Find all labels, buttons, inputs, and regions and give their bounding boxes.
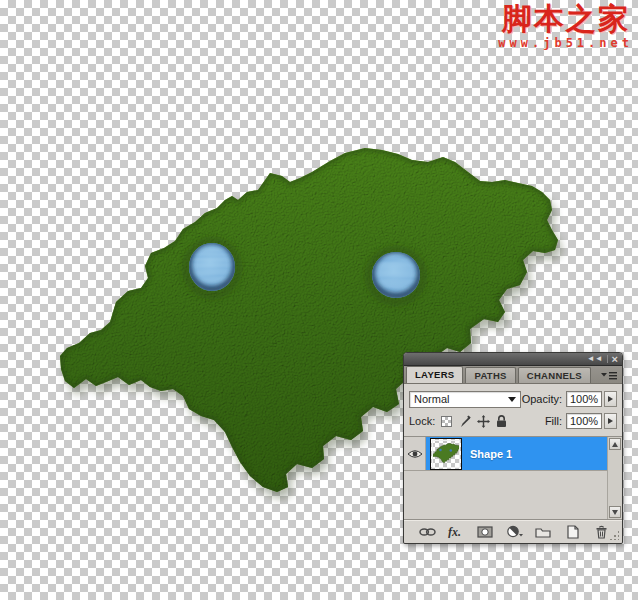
lock-position-icon[interactable] (477, 415, 490, 428)
panel-body: Normal Opacity: 100% Lock: (404, 384, 622, 543)
fill-field[interactable]: 100% (566, 413, 602, 429)
fx-label: fx. (448, 525, 461, 538)
layer-row-shape1[interactable]: Shape 1 (404, 437, 607, 471)
tab-paths[interactable]: PATHS (465, 367, 515, 383)
layer-thumbnail[interactable] (430, 438, 462, 470)
blend-mode-value: Normal (414, 393, 449, 405)
watermark-title: 脚本之家 (498, 3, 633, 35)
layer-mask-icon[interactable] (476, 524, 494, 540)
new-group-icon[interactable] (534, 524, 552, 540)
titlebar-divider (607, 355, 608, 363)
layers-list: Shape 1 (404, 436, 622, 519)
fill-slider-button[interactable] (604, 413, 617, 429)
opacity-field[interactable]: 100% (566, 391, 602, 407)
watermark-url: www.jb51.net (498, 36, 633, 50)
layers-list-main: Shape 1 (404, 437, 608, 519)
link-layers-icon[interactable] (418, 524, 436, 540)
lock-label: Lock: (409, 415, 435, 427)
fill-label: Fill: (545, 415, 562, 427)
lock-all-icon[interactable] (496, 415, 507, 428)
blend-opacity-row: Normal Opacity: 100% (404, 388, 622, 410)
collapse-panel-icon[interactable]: ◄◄ (587, 354, 603, 364)
panel-menu-icon[interactable] (601, 370, 617, 382)
chevron-down-icon (508, 397, 516, 402)
close-icon[interactable]: × (612, 354, 618, 364)
resize-grip[interactable] (609, 530, 619, 540)
lock-fill-row: Lock: Fill: 100% (404, 410, 622, 432)
scroll-down-icon[interactable] (609, 506, 621, 518)
watermark: 脚本之家 www.jb51.net (498, 3, 633, 50)
layer-name: Shape 1 (470, 448, 512, 460)
visibility-cell[interactable] (404, 437, 426, 470)
new-layer-icon[interactable] (563, 524, 581, 540)
adjustment-layer-icon[interactable] (505, 524, 523, 540)
arrow-right-icon (608, 396, 613, 402)
layers-panel: ◄◄ × LAYERS PATHS CHANNELS Normal Opacit… (403, 352, 623, 544)
layer-row-main[interactable]: Shape 1 (426, 437, 607, 470)
panel-titlebar[interactable]: ◄◄ × (404, 353, 622, 366)
opacity-slider-button[interactable] (604, 391, 617, 407)
delete-layer-icon[interactable] (592, 524, 610, 540)
layers-scrollbar[interactable] (608, 437, 622, 519)
blend-mode-dropdown[interactable]: Normal (409, 391, 521, 408)
panel-toolbar: fx. (404, 519, 622, 543)
lock-transparency-icon[interactable] (441, 416, 452, 427)
photoshop-canvas: { "watermark": { "title": "脚本之家", "url":… (0, 0, 638, 600)
lock-pixels-icon[interactable] (458, 415, 471, 428)
eye-icon (407, 449, 423, 459)
layer-style-icon[interactable]: fx. (447, 524, 465, 540)
arrow-right-icon (608, 418, 613, 424)
tab-channels[interactable]: CHANNELS (518, 367, 591, 383)
lock-buttons (441, 415, 507, 428)
tab-layers[interactable]: LAYERS (406, 366, 463, 383)
panel-tabstrip: LAYERS PATHS CHANNELS (404, 366, 622, 384)
scroll-up-icon[interactable] (609, 438, 621, 450)
opacity-label: Opacity: (522, 393, 562, 405)
